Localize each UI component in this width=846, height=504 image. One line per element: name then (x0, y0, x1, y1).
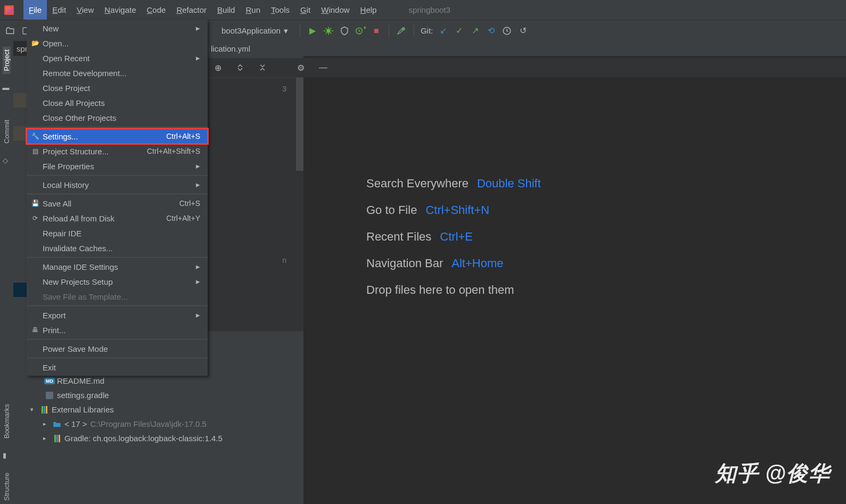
run-icon[interactable]: ▶ (307, 25, 318, 37)
jdk-folder-icon (53, 420, 61, 428)
tree-jdk[interactable]: ▸ < 17 > C:\Program Files\Java\jdk-17.0.… (13, 417, 303, 431)
run-config-label: boot3Application (221, 26, 281, 35)
menu-item-local-history[interactable]: Local History▸ (27, 177, 208, 192)
menu-item-close-all-projects[interactable]: Close All Projects (27, 95, 208, 110)
menu-item-close-project[interactable]: Close Project (27, 80, 208, 95)
submenu-arrow-icon: ▸ (196, 277, 200, 286)
menu-item-file-properties[interactable]: File Properties▸ (27, 159, 208, 173)
menu-item-new-projects-setup[interactable]: New Projects Setup▸ (27, 274, 208, 289)
git-update-icon[interactable]: ↙ (437, 25, 449, 37)
run-config-combo[interactable]: boot3Application ▾ (216, 26, 293, 36)
watermark: 知乎 @俊华 (715, 459, 830, 488)
menu-separator (27, 305, 208, 306)
hint-shortcut: Ctrl+E (440, 224, 473, 250)
menu-view[interactable]: View (71, 0, 99, 20)
left-tool-gutter: Project ▬ Commit ◇ Bookmarks ▮ Structure (0, 41, 13, 504)
menu-navigate[interactable]: Navigate (99, 0, 141, 20)
menu-tools[interactable]: Tools (266, 0, 295, 20)
profiler-icon[interactable]: ▾ (355, 25, 366, 37)
bookmark-icon: ▮ (3, 451, 11, 460)
editor-tabs: lication.yml (208, 41, 846, 56)
tree-file-readme[interactable]: MD README.md (13, 374, 303, 388)
chevron-down-icon[interactable]: ▾ (30, 406, 37, 413)
tree-label: README.md (57, 376, 104, 385)
minimize-icon[interactable]: — (317, 62, 329, 73)
menu-shortcut: Ctrl+S (179, 199, 200, 208)
gutter-structure[interactable]: Structure (3, 469, 11, 504)
menu-item-open[interactable]: 📂Open... (27, 36, 208, 51)
menu-item-reload-from-disk[interactable]: ⟳Reload All from DiskCtrl+Alt+Y (27, 211, 208, 226)
menu-item-remote-dev[interactable]: Remote Development... (27, 65, 208, 80)
gutter-commit[interactable]: Commit (3, 117, 11, 147)
hint-navigation-bar: Navigation Bar Alt+Home (366, 250, 541, 277)
menu-item-label: Close All Projects (43, 98, 105, 108)
menu-window[interactable]: Window (316, 0, 355, 20)
git-push-icon[interactable]: ↗ (469, 25, 481, 37)
menu-refactor[interactable]: Refactor (171, 0, 212, 20)
build-icon[interactable] (396, 25, 407, 37)
rollback-icon[interactable]: ↺ (517, 25, 529, 37)
gutter-project[interactable]: Project (3, 46, 11, 74)
menu-separator (27, 257, 208, 258)
gear-icon[interactable]: ⚙ (295, 62, 307, 73)
chevron-right-icon[interactable]: ▸ (43, 435, 50, 442)
git-fetch-icon[interactable]: ⟲ (485, 25, 497, 37)
menu-build[interactable]: Build (212, 0, 240, 20)
submenu-arrow-icon: ▸ (196, 161, 200, 171)
scrollbar-thumb[interactable] (296, 78, 303, 171)
menu-item-close-other-projects[interactable]: Close Other Projects (27, 110, 208, 125)
menu-run[interactable]: Run (240, 0, 266, 20)
menu-item-project-structure[interactable]: ▤Project Structure...Ctrl+Alt+Shift+S (27, 144, 208, 159)
run-coverage-icon[interactable] (339, 25, 350, 37)
menu-item-exit[interactable]: Exit (27, 360, 208, 375)
open-file-icon[interactable] (4, 25, 16, 37)
menu-separator (27, 127, 208, 127)
menu-item-settings[interactable]: 🔧Settings...Ctrl+Alt+S (27, 129, 208, 144)
hint-shortcut: Ctrl+Shift+N (425, 197, 489, 224)
menu-item-repair-ide[interactable]: Repair IDE (27, 226, 208, 241)
stop-icon[interactable]: ■ (371, 25, 382, 37)
menu-separator (27, 339, 208, 340)
menu-item-power-save-mode[interactable]: Power Save Mode (27, 341, 208, 356)
tree-file-settings-gradle[interactable]: settings.gradle (13, 388, 303, 402)
menu-item-open-recent[interactable]: Open Recent▸ (27, 51, 208, 65)
hint-drop-files: Drop files here to open them (366, 277, 541, 303)
tree-label: External Libraries (52, 405, 114, 414)
toolbar-separator (300, 24, 300, 37)
tree-gradle-lib[interactable]: ▸ Gradle: ch.qos.logback:logback-classic… (13, 431, 303, 445)
menu-item-print[interactable]: 🖶Print... (27, 323, 208, 337)
menu-item-label: Save All (43, 199, 71, 208)
menu-item-label: Print... (43, 326, 65, 335)
tree-label: < 17 > (64, 419, 87, 428)
chevron-right-icon[interactable]: ▸ (43, 420, 50, 427)
git-commit-icon[interactable]: ✓ (453, 25, 465, 37)
add-icon[interactable]: ⊕ (212, 62, 224, 73)
menu-item-manage-ide-settings[interactable]: Manage IDE Settings▸ (27, 259, 208, 274)
menu-help[interactable]: Help (355, 0, 382, 20)
menu-separator (27, 194, 208, 194)
svg-point-0 (326, 29, 331, 33)
editor-tab-filename[interactable]: lication.yml (211, 44, 250, 53)
tree-external-libraries[interactable]: ▾ External Libraries (13, 402, 303, 417)
reload-icon: ⟳ (31, 214, 39, 222)
menu-file[interactable]: File (23, 0, 47, 20)
menu-item-label: Local History (43, 180, 89, 189)
menu-edit[interactable]: Edit (47, 0, 71, 20)
menu-item-save-all[interactable]: 💾Save AllCtrl+S (27, 196, 208, 211)
menu-code[interactable]: Code (142, 0, 171, 20)
hint-search-everywhere: Search Everywhere Double Shift (366, 170, 541, 197)
menu-item-label: Open... (43, 39, 69, 48)
debug-icon[interactable] (323, 25, 334, 37)
gutter-bookmarks[interactable]: Bookmarks (3, 401, 11, 442)
expand-all-icon[interactable] (234, 62, 246, 73)
history-icon[interactable] (501, 25, 513, 37)
menu-item-label: New (43, 24, 59, 33)
menu-git[interactable]: Git (295, 0, 316, 20)
menu-item-export[interactable]: Export▸ (27, 308, 208, 323)
hint-go-to-file: Go to File Ctrl+Shift+N (366, 197, 541, 224)
menu-item-label: Project Structure... (43, 147, 109, 156)
menu-separator (27, 175, 208, 176)
menu-item-new[interactable]: New▸ (27, 21, 208, 36)
menu-item-invalidate-caches[interactable]: Invalidate Caches... (27, 241, 208, 255)
collapse-all-icon[interactable] (257, 62, 268, 73)
